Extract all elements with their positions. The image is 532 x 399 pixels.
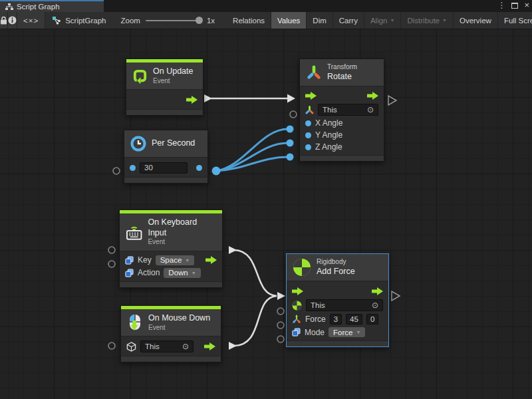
port-label: Z Angle [315, 142, 342, 152]
node-footer [126, 109, 203, 115]
port-label: Y Angle [315, 130, 342, 140]
node-subtitle: Event [153, 77, 193, 86]
graph-canvas[interactable]: On Update Event Tr [0, 29, 532, 399]
force-z-field[interactable]: 0 [366, 314, 378, 325]
value-output-port[interactable] [196, 165, 202, 171]
script-graph-icon [52, 16, 61, 25]
mode-dropdown[interactable]: Force ▼ [329, 327, 365, 337]
field-value: This [145, 342, 160, 350]
graph-toolbar: <×> ScriptGraph Zoom 1x Relations Values… [0, 12, 532, 29]
flow-output-port[interactable] [204, 342, 215, 350]
value-input-port[interactable] [305, 132, 311, 138]
transform-icon [306, 65, 322, 80]
node-footer [300, 155, 384, 161]
key-dropdown[interactable]: Space ▼ [156, 255, 195, 265]
node-on-update[interactable]: On Update Event [126, 59, 203, 116]
row-label: Mode [305, 328, 325, 337]
value-input-port[interactable] [305, 120, 311, 126]
zoom-value: 1x [207, 17, 215, 25]
distribute-dropdown[interactable]: Distribute ▼ [401, 12, 454, 29]
tab-title: Script Graph [17, 3, 60, 11]
object-picker-icon[interactable]: ⊙ [182, 342, 189, 351]
unity-script-graph-window: Script Graph ⋮ × <×> [0, 0, 532, 399]
lock-icon [0, 16, 7, 25]
object-picker-icon[interactable]: ⊙ [372, 301, 378, 310]
object-picker-icon[interactable]: ⊙ [367, 105, 374, 114]
force-x-field[interactable]: 3 [330, 314, 342, 325]
node-subtitle: Event [148, 324, 210, 332]
flow-output-port[interactable] [372, 287, 383, 295]
graph-tab-icon [5, 3, 13, 11]
flow-output-port[interactable] [367, 92, 378, 100]
clock-icon [130, 136, 146, 152]
value-input-port[interactable] [130, 165, 136, 171]
node-category: Rigidbody [317, 258, 355, 267]
field-value: 30 [144, 164, 153, 172]
transform-icon [305, 106, 314, 114]
node-footer [120, 281, 222, 287]
this-object-field[interactable]: This ⊙ [318, 104, 378, 116]
flow-input-port[interactable] [305, 92, 317, 100]
full-screen-button[interactable]: Full Screen [498, 12, 532, 29]
info-button[interactable] [8, 12, 17, 29]
node-header: Transform Rotate [300, 59, 384, 86]
node-header: On Update Event [126, 63, 203, 90]
node-rigidbody-add-force[interactable]: Rigidbody Add Force [286, 253, 389, 347]
window-maximize-icon[interactable] [511, 3, 518, 9]
node-subtitle: Event [148, 238, 216, 247]
node-header: On Keyboard Input Event [120, 213, 222, 251]
flow-input-port[interactable] [292, 287, 303, 295]
enum-icon [125, 269, 134, 277]
zoom-slider[interactable] [146, 20, 201, 21]
window-menu-icon[interactable]: ⋮ [497, 1, 505, 10]
lock-button[interactable] [0, 12, 8, 29]
this-object-field[interactable]: This ⊙ [140, 340, 194, 352]
node-title: On Keyboard Input [148, 217, 216, 238]
node-header: Per Second [124, 130, 207, 158]
force-y-field[interactable]: 45 [346, 314, 362, 325]
node-on-keyboard-input[interactable]: On Keyboard Input Event Key Space ▼ [119, 209, 223, 288]
align-dropdown[interactable]: Align ▼ [364, 12, 402, 29]
values-button[interactable]: Values [271, 12, 307, 29]
node-transform-rotate[interactable]: Transform Rotate [299, 59, 384, 162]
flow-output-port[interactable] [205, 256, 217, 264]
tab-bar: Script Graph ⋮ × [0, 0, 532, 12]
rate-field[interactable]: 30 [140, 162, 188, 174]
node-header: On Mouse Down Event [121, 309, 221, 336]
row-label: Action [138, 268, 160, 277]
mouse-down-icon [127, 314, 143, 331]
node-category: Transform [327, 63, 357, 72]
wires-layer [0, 29, 532, 399]
rigidbody-icon [293, 258, 311, 277]
chevron-down-icon: ▼ [356, 330, 360, 334]
zoom-control: Zoom 1x [113, 12, 223, 29]
port-label: X Angle [315, 118, 342, 128]
chevron-down-icon: ▼ [390, 18, 395, 23]
zoom-slider-handle[interactable] [196, 17, 203, 24]
node-title: Per Second [152, 138, 195, 149]
node-per-second[interactable]: Per Second 30 [124, 130, 208, 184]
flow-output-port[interactable] [186, 96, 198, 104]
dropdown-value: Space [160, 256, 182, 264]
relations-button[interactable]: Relations [227, 12, 271, 29]
chevron-down-icon: ▼ [192, 271, 196, 275]
tab-script-graph[interactable]: Script Graph [0, 0, 104, 12]
node-footer [124, 177, 207, 183]
carry-button[interactable]: Carry [333, 12, 364, 29]
vector3-icon [292, 315, 301, 324]
this-object-field[interactable]: This ⊙ [306, 299, 383, 311]
breadcrumb[interactable]: ScriptGraph [45, 12, 112, 29]
overview-button[interactable]: Overview [454, 12, 498, 29]
chevron-down-icon: ▼ [442, 18, 447, 23]
distribute-label: Distribute [407, 17, 440, 25]
dim-button[interactable]: Dim [307, 12, 332, 29]
dropdown-value: Force [333, 329, 352, 336]
node-on-mouse-down[interactable]: On Mouse Down Event This ⊙ [120, 305, 221, 362]
info-icon [8, 16, 17, 25]
action-dropdown[interactable]: Down ▼ [164, 268, 200, 278]
window-close-icon[interactable]: × [524, 1, 529, 10]
node-footer [287, 340, 388, 346]
code-view-button[interactable]: <×> [17, 12, 45, 29]
enum-icon [292, 328, 301, 336]
value-input-port[interactable] [305, 144, 311, 150]
